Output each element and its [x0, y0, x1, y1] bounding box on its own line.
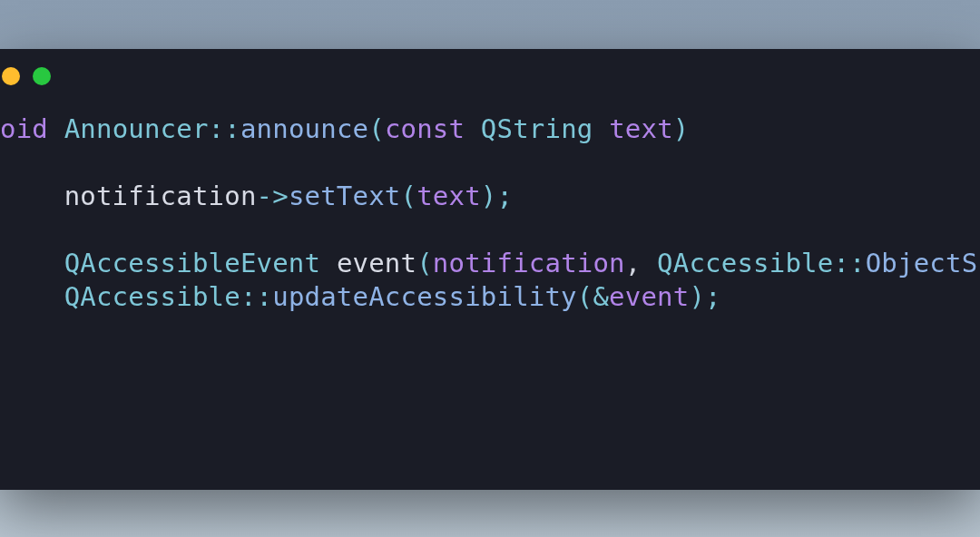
param-name: text — [609, 113, 673, 144]
scope-operator: :: — [240, 281, 272, 312]
paren-open: ( — [368, 113, 385, 144]
paren-open: ( — [401, 181, 417, 211]
return-type-keyword: oid — [0, 113, 48, 144]
zoom-traffic-light-icon[interactable] — [33, 67, 51, 85]
paren-close-semi: ); — [481, 181, 513, 211]
indent — [0, 181, 64, 211]
enum-member: ObjectShow — [866, 248, 980, 278]
type-name: QAccessible — [64, 281, 240, 312]
minimize-traffic-light-icon[interactable] — [2, 67, 20, 85]
const-keyword: const — [385, 113, 465, 144]
arrow-operator: -> — [257, 181, 289, 211]
code-window: oid Announcer::announce(const QString te… — [0, 49, 980, 490]
argument: text — [416, 181, 481, 211]
type-name: QString — [481, 113, 593, 144]
method-call: updateAccessibility — [272, 281, 577, 312]
code-block: oid Announcer::announce(const QString te… — [0, 103, 980, 314]
method-name: announce — [240, 113, 368, 144]
method-call: setText — [289, 181, 401, 211]
address-of-operator: & — [593, 281, 609, 312]
window-titlebar — [0, 49, 980, 103]
paren-close-semi: ); — [689, 281, 720, 312]
type-name: QAccessible — [657, 248, 833, 278]
paren-open: ( — [577, 281, 593, 312]
type-name: QAccessibleEvent — [64, 248, 321, 278]
comma: , — [625, 248, 657, 278]
class-name: Announcer — [64, 113, 209, 144]
paren-close: ) — [673, 113, 690, 144]
paren-open: ( — [416, 248, 433, 278]
indent — [0, 281, 64, 312]
scope-operator: :: — [209, 113, 240, 144]
argument: event — [609, 281, 689, 312]
argument: notification — [433, 248, 625, 278]
scope-operator: :: — [833, 248, 865, 278]
variable: event — [337, 248, 416, 278]
variable: notification — [64, 181, 257, 211]
indent — [0, 248, 64, 278]
